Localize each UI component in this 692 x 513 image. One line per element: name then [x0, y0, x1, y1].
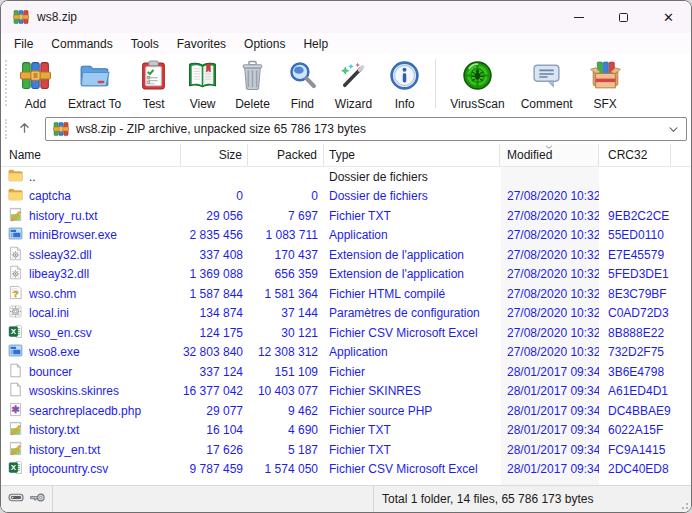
- file-row-wso_en.csv[interactable]: Xwso_en.csv124 17530 121Fichier CSV Micr…: [1, 323, 691, 343]
- extract-to-button[interactable]: Extract To: [60, 57, 129, 113]
- file-row-ssleay32.dll[interactable]: ssleay32.dll337 408170 437Extension de l…: [1, 245, 691, 265]
- file-row-history_en.txt[interactable]: history_en.txt17 6265 187Fichier TXT28/0…: [1, 440, 691, 460]
- file-packed-cell: 1 574 050: [248, 460, 324, 480]
- file-row-iptocountry.csv[interactable]: Xiptocountry.csv9 787 4591 574 050Fichie…: [1, 460, 691, 480]
- file-packed-cell: 12 308 312: [248, 343, 324, 363]
- delete-button[interactable]: Delete: [227, 57, 278, 113]
- file-type-cell: Fichier CSV Microsoft Excel: [324, 460, 500, 480]
- winrar-archive-icon: [13, 9, 29, 25]
- file-row-searchreplacedb.php[interactable]: ✱searchreplacedb.php29 0779 462Fichier s…: [1, 401, 691, 421]
- folder-icon: [8, 168, 23, 186]
- file-row-local.ini[interactable]: local.ini134 87437 144Paramètres de conf…: [1, 304, 691, 324]
- column-header-filler: [671, 144, 691, 166]
- resize-grip-icon[interactable]: [679, 500, 689, 510]
- view-icon: [186, 59, 219, 95]
- menu-item-help[interactable]: Help: [294, 35, 337, 53]
- file-name: local.ini: [29, 306, 69, 320]
- file-crc32-cell: 8B888E22: [599, 323, 671, 343]
- file-row-history_ru.txt[interactable]: history_ru.txt29 0567 697Fichier TXT27/0…: [1, 206, 691, 226]
- file-type-cell: Fichier TXT: [324, 206, 500, 226]
- menu-item-commands[interactable]: Commands: [42, 35, 121, 53]
- ini-file-icon: [8, 304, 23, 322]
- menu-item-file[interactable]: File: [5, 35, 42, 53]
- column-header-name[interactable]: Name: [1, 144, 181, 166]
- file-name-cell: ?wso.chm: [1, 284, 181, 304]
- file-crc32-cell: [599, 187, 671, 207]
- svg-text:✱: ✱: [11, 404, 20, 415]
- winrar-window: ws8.zip ✕ FileCommandsToolsFavoritesOpti…: [0, 0, 692, 513]
- column-header-modified[interactable]: Modified: [500, 144, 599, 166]
- file-modified-cell: 28/01/2017 09:34: [500, 421, 599, 441]
- file-size-cell: 32 803 840: [181, 343, 248, 363]
- key-icon[interactable]: [29, 491, 46, 507]
- archive-path-combobox[interactable]: ws8.zip - ZIP archive, unpacked size 65 …: [45, 117, 687, 141]
- blank-file-icon: [8, 363, 23, 381]
- csv-file-icon: X: [8, 324, 23, 342]
- archive-description: ws8.zip - ZIP archive, unpacked size 65 …: [76, 122, 661, 136]
- txt-file-icon: [8, 421, 23, 439]
- file-packed-cell: 7 697: [248, 206, 324, 226]
- toolbar: AddExtract ToTestViewDeleteFindWizardInf…: [1, 54, 691, 114]
- file-row-libeay32.dll[interactable]: libeay32.dll1 369 088656 359Extension de…: [1, 265, 691, 285]
- svg-text:X: X: [11, 327, 17, 336]
- menu-item-options[interactable]: Options: [235, 35, 294, 53]
- file-row-wsoskins.skinres[interactable]: wsoskins.skinres16 377 04210 403 077Fich…: [1, 382, 691, 402]
- file-size-cell: 337 124: [181, 362, 248, 382]
- file-filler-cell: [671, 401, 691, 421]
- minimize-button[interactable]: [556, 1, 601, 33]
- close-icon: ✕: [663, 11, 674, 24]
- maximize-button[interactable]: [601, 1, 646, 33]
- column-header-size[interactable]: Size: [181, 144, 248, 166]
- file-row-wso.chm[interactable]: ?wso.chm1 587 8441 581 364Fichier HTML c…: [1, 284, 691, 304]
- menu-item-tools[interactable]: Tools: [122, 35, 168, 53]
- file-modified-cell: 27/08/2020 10:32: [500, 284, 599, 304]
- file-filler-cell: [671, 265, 691, 285]
- column-header-packed[interactable]: Packed: [248, 144, 324, 166]
- disk-icon[interactable]: [8, 491, 25, 507]
- window-controls: ✕: [556, 1, 691, 33]
- statusbar-total-text: Total 1 folder, 14 files, 65 786 173 byt…: [374, 492, 691, 506]
- menu-item-favorites[interactable]: Favorites: [168, 35, 235, 53]
- file-type-cell: Fichier TXT: [324, 440, 500, 460]
- file-name: libeay32.dll: [29, 267, 89, 281]
- test-button[interactable]: Test: [129, 57, 178, 113]
- up-one-level-button[interactable]: [9, 117, 39, 141]
- file-size-cell: 0: [181, 187, 248, 207]
- file-filler-cell: [671, 245, 691, 265]
- find-button[interactable]: Find: [278, 57, 327, 113]
- info-button[interactable]: Info: [380, 57, 429, 113]
- up-arrow-icon: [17, 120, 32, 138]
- file-filler-cell: [671, 421, 691, 441]
- file-row-wso8.exe[interactable]: wso8.exe32 803 84012 308 312Application2…: [1, 343, 691, 363]
- file-name-cell: captcha: [1, 187, 181, 207]
- column-header-crc32[interactable]: CRC32: [599, 144, 671, 166]
- close-button[interactable]: ✕: [646, 1, 691, 33]
- minimize-icon: [574, 17, 584, 18]
- toolbar-button-label: Wizard: [335, 97, 372, 111]
- file-name: searchreplacedb.php: [29, 404, 141, 418]
- file-crc32-cell: FC9A1415: [599, 440, 671, 460]
- add-button[interactable]: Add: [11, 57, 60, 113]
- virusscan-button[interactable]: VirusScan: [442, 57, 512, 113]
- file-row-..[interactable]: ..Dossier de fichiers: [1, 167, 691, 187]
- file-row-miniBrowser.exe[interactable]: miniBrowser.exe2 835 4561 083 711Applica…: [1, 226, 691, 246]
- file-modified-cell: 27/08/2020 10:32: [500, 343, 599, 363]
- file-packed-cell: 1 083 711: [248, 226, 324, 246]
- file-row-history.txt[interactable]: history.txt16 1044 690Fichier TXT28/01/2…: [1, 421, 691, 441]
- file-filler-cell: [671, 343, 691, 363]
- sfx-button[interactable]: SFX: [581, 57, 630, 113]
- file-packed-cell: 656 359: [248, 265, 324, 285]
- view-button[interactable]: View: [178, 57, 227, 113]
- chevron-down-icon[interactable]: [668, 122, 679, 136]
- column-header-type[interactable]: Type: [324, 144, 500, 166]
- file-row-bouncer[interactable]: bouncer337 124151 109Fichier28/01/2017 0…: [1, 362, 691, 382]
- comment-button[interactable]: Comment: [513, 57, 581, 113]
- wizard-button[interactable]: Wizard: [327, 57, 380, 113]
- file-row-captcha[interactable]: captcha00Dossier de fichiers27/08/2020 1…: [1, 187, 691, 207]
- titlebar: ws8.zip ✕: [1, 1, 691, 33]
- virusscan-icon: [461, 59, 494, 95]
- add-icon: [19, 59, 52, 95]
- file-packed-cell: 0: [248, 187, 324, 207]
- file-crc32-cell: DC4BBAE9: [599, 401, 671, 421]
- column-header-label: Modified: [507, 148, 552, 162]
